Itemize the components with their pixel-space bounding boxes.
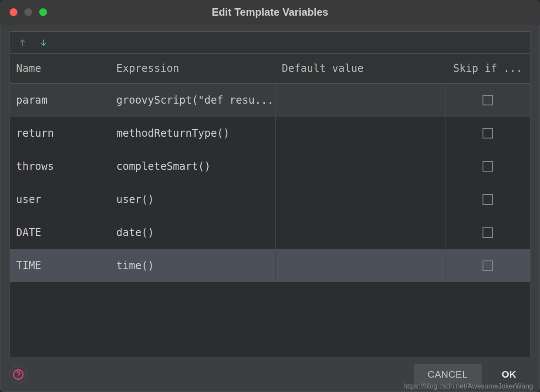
dialog-window: Edit Template Variables xyxy=(0,0,540,392)
titlebar: Edit Template Variables xyxy=(0,0,540,24)
window-title: Edit Template Variables xyxy=(0,6,540,18)
cell-expression[interactable]: date() xyxy=(110,216,276,249)
svg-point-1 xyxy=(18,377,19,378)
skip-checkbox[interactable] xyxy=(483,260,493,271)
cell-skip[interactable] xyxy=(446,249,530,282)
table-row[interactable]: useruser() xyxy=(10,183,530,216)
variables-table: Name Expression Default value Skip if ..… xyxy=(10,54,530,357)
cell-name[interactable]: param xyxy=(10,84,110,117)
close-icon[interactable] xyxy=(10,8,17,16)
cell-default[interactable] xyxy=(276,84,446,117)
col-skip[interactable]: Skip if ... xyxy=(446,54,530,83)
window-controls xyxy=(0,8,47,16)
cell-expression[interactable]: groovyScript("def resu... xyxy=(110,84,276,117)
cell-expression[interactable]: time() xyxy=(110,249,276,282)
cell-name[interactable]: user xyxy=(10,183,110,216)
minimize-icon[interactable] xyxy=(24,8,32,16)
table-row[interactable]: paramgroovyScript("def resu... xyxy=(10,84,530,117)
table-body: paramgroovyScript("def resu...returnmeth… xyxy=(10,84,530,357)
skip-checkbox[interactable] xyxy=(483,161,493,172)
table-row[interactable]: returnmethodReturnType() xyxy=(10,117,530,150)
cell-default[interactable] xyxy=(276,117,446,150)
col-default[interactable]: Default value xyxy=(276,54,446,83)
table-header: Name Expression Default value Skip if ..… xyxy=(10,54,530,84)
cell-skip[interactable] xyxy=(446,84,530,117)
table-row[interactable]: throwscompleteSmart() xyxy=(10,150,530,183)
col-expression[interactable]: Expression xyxy=(110,54,276,83)
cell-default[interactable] xyxy=(276,216,446,249)
col-name[interactable]: Name xyxy=(10,54,110,83)
watermark-text: https://blog.csdn.net/AwesomeJokerWang xyxy=(403,382,533,390)
cell-name[interactable]: throws xyxy=(10,150,110,183)
table-row[interactable]: TIMEtime() xyxy=(10,249,530,282)
skip-checkbox[interactable] xyxy=(483,95,493,105)
cell-skip[interactable] xyxy=(446,216,530,249)
cell-default[interactable] xyxy=(276,150,446,183)
skip-checkbox[interactable] xyxy=(483,194,493,205)
cell-default[interactable] xyxy=(276,249,446,282)
skip-checkbox[interactable] xyxy=(483,227,493,238)
toolbar xyxy=(10,32,530,54)
move-up-button[interactable] xyxy=(16,36,29,49)
cell-expression[interactable]: methodReturnType() xyxy=(110,117,276,150)
cell-expression[interactable]: user() xyxy=(110,183,276,216)
move-down-button[interactable] xyxy=(37,36,50,49)
dialog-footer: CANCEL OK https://blog.csdn.net/AwesomeJ… xyxy=(0,357,540,392)
maximize-icon[interactable] xyxy=(39,8,47,16)
cell-skip[interactable] xyxy=(446,150,530,183)
table-row[interactable]: DATEdate() xyxy=(10,216,530,249)
cell-expression[interactable]: completeSmart() xyxy=(110,150,276,183)
cell-skip[interactable] xyxy=(446,183,530,216)
skip-checkbox[interactable] xyxy=(483,128,493,139)
help-button[interactable] xyxy=(10,366,27,383)
content-area: Name Expression Default value Skip if ..… xyxy=(0,24,540,357)
cell-name[interactable]: TIME xyxy=(10,249,110,282)
cancel-button[interactable]: CANCEL xyxy=(414,364,482,385)
help-icon xyxy=(13,369,24,380)
arrow-up-icon xyxy=(18,38,27,47)
cell-name[interactable]: return xyxy=(10,117,110,150)
cell-skip[interactable] xyxy=(446,117,530,150)
cell-name[interactable]: DATE xyxy=(10,216,110,249)
cell-default[interactable] xyxy=(276,183,446,216)
variables-panel: Name Expression Default value Skip if ..… xyxy=(10,31,530,357)
arrow-down-icon xyxy=(39,38,48,47)
ok-button[interactable]: OK xyxy=(488,364,530,385)
